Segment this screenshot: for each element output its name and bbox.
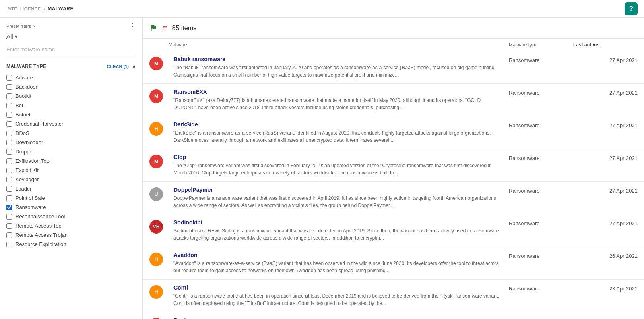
malware-type-filter-section: Malware type CLEAR (1) ∧ AdwareBackdoorB…: [0, 60, 142, 252]
row-date: 16 Apr 2021: [573, 317, 638, 319]
label-point-of-sale[interactable]: Point of Sale: [15, 195, 45, 201]
table-row[interactable]: HDarkSide"DarkSide" is a ransomware-as-a…: [143, 116, 644, 149]
items-count: 85 items: [172, 25, 196, 32]
row-date: 27 Apr 2021: [573, 154, 638, 161]
nav-intelligence[interactable]: INTELLIGENCE: [6, 6, 41, 11]
label-loader[interactable]: Loader: [15, 186, 31, 192]
label-resource-exploitation[interactable]: Resource Exploitation: [15, 241, 66, 247]
search-input[interactable]: [6, 44, 136, 55]
row-description: "DarkSide" is a ransomware-as-a-service …: [173, 129, 504, 144]
checkbox-exploit-kit[interactable]: [6, 168, 12, 173]
collapse-filter-icon[interactable]: ∧: [132, 63, 136, 70]
col-type-header: Malware type: [509, 42, 573, 48]
preset-menu-icon[interactable]: ⋮: [129, 22, 136, 31]
table-row[interactable]: HAvaddon"Avaddon" is a ransomware-as-a-s…: [143, 247, 644, 280]
checkbox-exfiltration-tool[interactable]: [6, 158, 12, 164]
row-avatar-col: U: [149, 186, 169, 201]
checkbox-bootkit[interactable]: [6, 93, 12, 99]
checkbox-resource-exploitation[interactable]: [6, 242, 12, 247]
checkbox-credential-harvester[interactable]: [6, 121, 12, 127]
sidebar-all-filter[interactable]: All ▾: [0, 32, 142, 44]
label-exfiltration-tool[interactable]: Exfiltration Tool: [15, 158, 51, 164]
filter-item-ddos: DDoS: [6, 128, 136, 138]
filter-item-botnet: Botnet: [6, 110, 136, 119]
avatar: M: [149, 89, 163, 103]
checkbox-loader[interactable]: [6, 186, 12, 192]
checkbox-keylogger[interactable]: [6, 177, 12, 182]
checkbox-ransomware[interactable]: [6, 205, 12, 210]
row-type: Ransomware: [509, 219, 573, 226]
table-row[interactable]: MRansomEXX"RansomEXX" (aka Defray777) is…: [143, 84, 644, 116]
row-date: 26 Apr 2021: [573, 252, 638, 259]
row-title: DarkSide: [173, 121, 504, 128]
sidebar-preset-header: Preset filters > ⋮: [0, 18, 142, 32]
table-row[interactable]: MBabuk ransomwareThe "Babuk" ransomware …: [143, 51, 644, 84]
table-row[interactable]: MRyukRyuk is a variant of ransomware whi…: [143, 312, 644, 319]
main-layout: Preset filters > ⋮ All ▾ Malware type CL…: [0, 18, 644, 319]
table-row[interactable]: MClopThe "Clop" ransomware variant was f…: [143, 149, 644, 182]
row-avatar-col: M: [149, 89, 169, 103]
row-date: 27 Apr 2021: [573, 121, 638, 128]
table-row[interactable]: HConti"Conti" is a ransomware tool that …: [143, 280, 644, 312]
row-type: Ransomware: [509, 284, 573, 292]
filter-item-reconnaissance-tool: Reconnaissance Tool: [6, 212, 136, 221]
row-date: 27 Apr 2021: [573, 186, 638, 194]
avatar: M: [149, 57, 163, 70]
checkbox-ddos[interactable]: [6, 130, 12, 136]
row-avatar-col: H: [149, 252, 169, 266]
filter-item-resource-exploitation: Resource Exploitation: [6, 240, 136, 249]
checkbox-adware[interactable]: [6, 75, 12, 81]
checkbox-reconnaissance-tool[interactable]: [6, 214, 12, 220]
row-title: Ryuk: [173, 317, 504, 319]
checkbox-dropper[interactable]: [6, 149, 12, 155]
row-title: RansomEXX: [173, 89, 504, 95]
label-bootkit[interactable]: Bootkit: [15, 93, 31, 99]
label-exploit-kit[interactable]: Exploit Kit: [15, 167, 39, 173]
col-last-active-header[interactable]: Last active ↓: [573, 42, 638, 48]
label-downloader[interactable]: Downloader: [15, 139, 43, 145]
label-ransomware[interactable]: Ransomware: [15, 204, 46, 210]
filter-item-keylogger: Keylogger: [6, 175, 136, 184]
filter-item-backdoor: Backdoor: [6, 82, 136, 91]
filter-item-bootkit: Bootkit: [6, 91, 136, 101]
filter-section-title: Malware type: [6, 64, 47, 69]
label-reconnaissance-tool[interactable]: Reconnaissance Tool: [15, 213, 65, 220]
breadcrumb: INTELLIGENCE › MALWARE: [6, 6, 74, 12]
checkbox-botnet[interactable]: [6, 112, 12, 118]
filter-item-exploit-kit: Exploit Kit: [6, 166, 136, 175]
label-backdoor[interactable]: Backdoor: [15, 84, 37, 90]
checkbox-remote-access-tool[interactable]: [6, 223, 12, 229]
label-remote-access-tool[interactable]: Remote Access Tool: [15, 223, 63, 229]
checkbox-downloader[interactable]: [6, 140, 12, 145]
all-dropdown-arrow-icon: ▾: [15, 34, 17, 39]
table-row[interactable]: VHSodinokibiSodinokibi (aka REvil, Sodin…: [143, 214, 644, 247]
clear-filter-button[interactable]: CLEAR (1): [107, 64, 129, 69]
avatar: M: [149, 155, 163, 168]
flag-icon: ⚑: [149, 23, 157, 33]
nav-malware: MALWARE: [47, 6, 74, 12]
label-ddos[interactable]: DDoS: [15, 130, 29, 136]
checkbox-bot[interactable]: [6, 103, 12, 108]
content-area: ⚑ ≡ 85 items Malware Malware type Last a…: [143, 18, 644, 319]
checkbox-backdoor[interactable]: [6, 84, 12, 90]
sidebar: Preset filters > ⋮ All ▾ Malware type CL…: [0, 18, 143, 319]
filter-item-bot: Bot: [6, 101, 136, 110]
label-credential-harvester[interactable]: Credential Harvester: [15, 121, 63, 127]
row-description: Sodinokibi (aka REvil, Sodin) is a ranso…: [173, 227, 504, 242]
label-botnet[interactable]: Botnet: [15, 112, 31, 118]
help-button[interactable]: ?: [625, 2, 638, 15]
row-avatar-col: M: [149, 317, 169, 319]
label-remote-access-trojan[interactable]: Remote Access Trojan: [15, 232, 68, 238]
row-description: DoppelPaymer is a ransomware variant tha…: [173, 195, 504, 209]
filter-item-loader: Loader: [6, 184, 136, 193]
row-avatar-col: M: [149, 56, 169, 70]
label-adware[interactable]: Adware: [15, 75, 33, 81]
row-date: 23 Apr 2021: [573, 284, 638, 292]
label-keylogger[interactable]: Keylogger: [15, 176, 39, 182]
checkbox-point-of-sale[interactable]: [6, 195, 12, 201]
label-dropper[interactable]: Dropper: [15, 149, 34, 155]
row-avatar-col: H: [149, 121, 169, 136]
table-row[interactable]: UDoppelPaymerDoppelPaymer is a ransomwar…: [143, 182, 644, 214]
label-bot[interactable]: Bot: [15, 102, 23, 108]
checkbox-remote-access-trojan[interactable]: [6, 232, 12, 238]
